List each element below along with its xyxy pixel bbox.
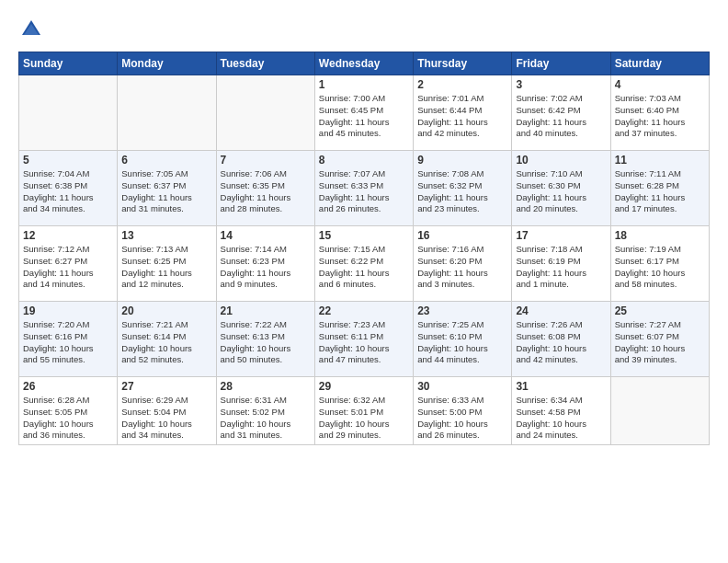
calendar-cell: 23Sunrise: 7:25 AM Sunset: 6:10 PM Dayli… — [414, 302, 512, 377]
calendar-cell: 2Sunrise: 7:01 AM Sunset: 6:44 PM Daylig… — [414, 75, 512, 151]
calendar-week-row: 1Sunrise: 7:00 AM Sunset: 6:45 PM Daylig… — [19, 75, 710, 151]
day-info: Sunrise: 7:21 AM Sunset: 6:14 PM Dayligh… — [121, 319, 211, 366]
calendar-cell: 31Sunrise: 6:34 AM Sunset: 4:58 PM Dayli… — [512, 377, 610, 445]
day-info: Sunrise: 7:25 AM Sunset: 6:10 PM Dayligh… — [417, 319, 507, 366]
day-number: 22 — [319, 304, 409, 317]
day-info: Sunrise: 7:15 AM Sunset: 6:22 PM Dayligh… — [319, 244, 409, 291]
day-number: 11 — [615, 154, 705, 167]
calendar-cell: 8Sunrise: 7:07 AM Sunset: 6:33 PM Daylig… — [314, 151, 413, 226]
day-info: Sunrise: 6:28 AM Sunset: 5:05 PM Dayligh… — [23, 395, 113, 442]
day-info: Sunrise: 7:23 AM Sunset: 6:11 PM Dayligh… — [319, 319, 409, 366]
calendar-cell: 17Sunrise: 7:18 AM Sunset: 6:19 PM Dayli… — [512, 226, 610, 302]
calendar-cell: 19Sunrise: 7:20 AM Sunset: 6:16 PM Dayli… — [19, 302, 118, 377]
day-number: 25 — [615, 304, 705, 317]
day-info: Sunrise: 6:33 AM Sunset: 5:00 PM Dayligh… — [417, 395, 507, 442]
day-info: Sunrise: 7:03 AM Sunset: 6:40 PM Dayligh… — [615, 93, 705, 140]
day-number: 12 — [23, 229, 113, 242]
day-number: 4 — [615, 78, 705, 91]
calendar-header-saturday: Saturday — [610, 52, 709, 75]
day-number: 1 — [319, 78, 409, 91]
calendar-cell: 26Sunrise: 6:28 AM Sunset: 5:05 PM Dayli… — [19, 377, 118, 445]
day-info: Sunrise: 7:12 AM Sunset: 6:27 PM Dayligh… — [23, 244, 113, 291]
calendar-cell — [118, 75, 216, 151]
calendar-cell: 7Sunrise: 7:06 AM Sunset: 6:35 PM Daylig… — [216, 151, 314, 226]
day-info: Sunrise: 6:32 AM Sunset: 5:01 PM Dayligh… — [319, 395, 409, 442]
calendar-cell: 1Sunrise: 7:00 AM Sunset: 6:45 PM Daylig… — [314, 75, 413, 151]
day-number: 20 — [121, 304, 211, 317]
calendar-cell: 5Sunrise: 7:04 AM Sunset: 6:38 PM Daylig… — [19, 151, 118, 226]
day-info: Sunrise: 7:05 AM Sunset: 6:37 PM Dayligh… — [121, 168, 211, 215]
calendar-cell: 20Sunrise: 7:21 AM Sunset: 6:14 PM Dayli… — [118, 302, 216, 377]
calendar-cell — [216, 75, 314, 151]
calendar-cell: 10Sunrise: 7:10 AM Sunset: 6:30 PM Dayli… — [512, 151, 610, 226]
calendar-header-friday: Friday — [512, 52, 610, 75]
calendar-cell: 29Sunrise: 6:32 AM Sunset: 5:01 PM Dayli… — [314, 377, 413, 445]
day-info: Sunrise: 7:02 AM Sunset: 6:42 PM Dayligh… — [516, 93, 606, 140]
calendar-header-tuesday: Tuesday — [216, 52, 314, 75]
day-info: Sunrise: 7:11 AM Sunset: 6:28 PM Dayligh… — [615, 168, 705, 215]
calendar-cell: 16Sunrise: 7:16 AM Sunset: 6:20 PM Dayli… — [414, 226, 512, 302]
day-number: 7 — [221, 154, 311, 167]
day-number: 26 — [23, 380, 113, 393]
calendar-header-sunday: Sunday — [19, 52, 118, 75]
calendar-cell — [610, 377, 709, 445]
day-number: 31 — [516, 380, 606, 393]
header — [18, 17, 710, 42]
day-info: Sunrise: 7:07 AM Sunset: 6:33 PM Dayligh… — [319, 168, 409, 215]
logo-icon — [18, 17, 44, 42]
day-info: Sunrise: 7:04 AM Sunset: 6:38 PM Dayligh… — [23, 168, 113, 215]
calendar: SundayMondayTuesdayWednesdayThursdayFrid… — [18, 52, 710, 445]
day-number: 13 — [121, 229, 211, 242]
day-number: 21 — [221, 304, 311, 317]
day-number: 24 — [516, 304, 606, 317]
calendar-header-row: SundayMondayTuesdayWednesdayThursdayFrid… — [19, 52, 710, 75]
day-number: 16 — [417, 229, 507, 242]
calendar-week-row: 5Sunrise: 7:04 AM Sunset: 6:38 PM Daylig… — [19, 151, 710, 226]
day-number: 8 — [319, 154, 409, 167]
calendar-cell: 25Sunrise: 7:27 AM Sunset: 6:07 PM Dayli… — [610, 302, 709, 377]
day-info: Sunrise: 7:01 AM Sunset: 6:44 PM Dayligh… — [417, 93, 507, 140]
day-info: Sunrise: 7:18 AM Sunset: 6:19 PM Dayligh… — [516, 244, 606, 291]
calendar-cell: 12Sunrise: 7:12 AM Sunset: 6:27 PM Dayli… — [19, 226, 118, 302]
day-info: Sunrise: 7:27 AM Sunset: 6:07 PM Dayligh… — [615, 319, 705, 366]
calendar-cell: 28Sunrise: 6:31 AM Sunset: 5:02 PM Dayli… — [216, 377, 314, 445]
calendar-header-monday: Monday — [118, 52, 216, 75]
calendar-week-row: 19Sunrise: 7:20 AM Sunset: 6:16 PM Dayli… — [19, 302, 710, 377]
calendar-header-thursday: Thursday — [414, 52, 512, 75]
calendar-cell: 14Sunrise: 7:14 AM Sunset: 6:23 PM Dayli… — [216, 226, 314, 302]
day-info: Sunrise: 7:20 AM Sunset: 6:16 PM Dayligh… — [23, 319, 113, 366]
calendar-cell: 13Sunrise: 7:13 AM Sunset: 6:25 PM Dayli… — [118, 226, 216, 302]
day-number: 27 — [121, 380, 211, 393]
calendar-week-row: 12Sunrise: 7:12 AM Sunset: 6:27 PM Dayli… — [19, 226, 710, 302]
calendar-week-row: 26Sunrise: 6:28 AM Sunset: 5:05 PM Dayli… — [19, 377, 710, 445]
calendar-cell: 4Sunrise: 7:03 AM Sunset: 6:40 PM Daylig… — [610, 75, 709, 151]
day-number: 17 — [516, 229, 606, 242]
day-number: 14 — [221, 229, 311, 242]
day-info: Sunrise: 6:34 AM Sunset: 4:58 PM Dayligh… — [516, 395, 606, 442]
calendar-cell: 9Sunrise: 7:08 AM Sunset: 6:32 PM Daylig… — [414, 151, 512, 226]
day-number: 9 — [417, 154, 507, 167]
day-info: Sunrise: 6:31 AM Sunset: 5:02 PM Dayligh… — [221, 395, 311, 442]
logo — [18, 17, 48, 42]
day-number: 18 — [615, 229, 705, 242]
day-info: Sunrise: 7:22 AM Sunset: 6:13 PM Dayligh… — [221, 319, 311, 366]
day-number: 29 — [319, 380, 409, 393]
day-number: 28 — [221, 380, 311, 393]
calendar-cell: 27Sunrise: 6:29 AM Sunset: 5:04 PM Dayli… — [118, 377, 216, 445]
day-info: Sunrise: 7:06 AM Sunset: 6:35 PM Dayligh… — [221, 168, 311, 215]
day-info: Sunrise: 7:14 AM Sunset: 6:23 PM Dayligh… — [221, 244, 311, 291]
calendar-cell: 11Sunrise: 7:11 AM Sunset: 6:28 PM Dayli… — [610, 151, 709, 226]
day-number: 10 — [516, 154, 606, 167]
day-info: Sunrise: 7:16 AM Sunset: 6:20 PM Dayligh… — [417, 244, 507, 291]
calendar-cell: 21Sunrise: 7:22 AM Sunset: 6:13 PM Dayli… — [216, 302, 314, 377]
day-info: Sunrise: 7:10 AM Sunset: 6:30 PM Dayligh… — [516, 168, 606, 215]
day-info: Sunrise: 7:26 AM Sunset: 6:08 PM Dayligh… — [516, 319, 606, 366]
calendar-cell — [19, 75, 118, 151]
calendar-cell: 6Sunrise: 7:05 AM Sunset: 6:37 PM Daylig… — [118, 151, 216, 226]
day-number: 6 — [121, 154, 211, 167]
day-number: 19 — [23, 304, 113, 317]
calendar-cell: 22Sunrise: 7:23 AM Sunset: 6:11 PM Dayli… — [314, 302, 413, 377]
day-info: Sunrise: 7:00 AM Sunset: 6:45 PM Dayligh… — [319, 93, 409, 140]
calendar-cell: 15Sunrise: 7:15 AM Sunset: 6:22 PM Dayli… — [314, 226, 413, 302]
day-number: 15 — [319, 229, 409, 242]
